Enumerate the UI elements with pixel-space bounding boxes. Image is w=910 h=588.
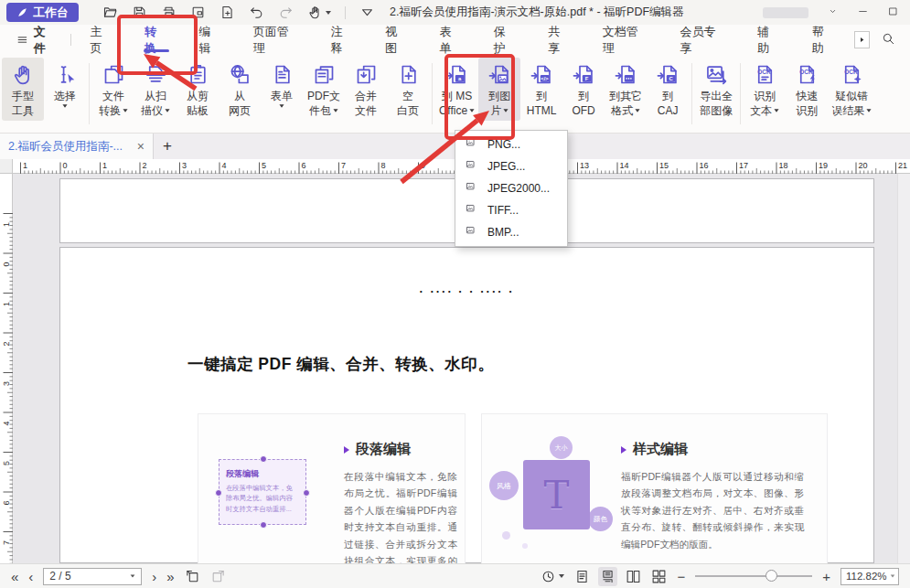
qat-save[interactable] <box>132 5 147 20</box>
to-other-format-icon <box>614 62 638 87</box>
menu-item-bmp[interactable]: BMP... <box>455 221 567 243</box>
tab-page-manage[interactable]: 页面管理 <box>238 25 316 55</box>
last-page-button[interactable]: » <box>166 570 174 583</box>
search-button[interactable] <box>881 31 895 48</box>
facing-continuous-button[interactable] <box>651 569 667 584</box>
toolbar-divider <box>345 6 346 19</box>
workspace-button[interactable]: 工作台 <box>6 3 79 22</box>
quick-ocr-button[interactable]: OCR快速识别 <box>786 58 828 121</box>
menu-item-tiff[interactable]: TIFF... <box>455 199 567 221</box>
qat-snapshot[interactable] <box>190 5 206 20</box>
prev-page-button[interactable]: ‹ <box>28 570 33 583</box>
export-all-images-button[interactable]: 导出全部图像 <box>695 58 737 121</box>
button-label: 文件 <box>102 90 124 104</box>
image-file-icon <box>465 138 479 151</box>
tab-protect[interactable]: 保护 <box>478 25 532 55</box>
blank-page-button[interactable]: 空白页 <box>387 58 429 121</box>
select-button[interactable]: 选择 <box>44 58 86 111</box>
merge-files-button[interactable]: 合并文件 <box>345 58 387 121</box>
zoom-out-button[interactable]: − <box>677 569 685 584</box>
page-number-input[interactable]: 2 / 5 <box>43 568 142 585</box>
qat-print[interactable] <box>161 5 177 20</box>
qat-open-folder[interactable] <box>102 5 118 20</box>
tab-comment[interactable]: 注释 <box>316 25 369 55</box>
button-label: 识别 <box>796 104 818 119</box>
tab-view[interactable]: 视图 <box>369 25 423 55</box>
menu-item-jpeg2000[interactable]: JPEG2000... <box>455 177 567 199</box>
tab-share[interactable]: 共享 <box>532 25 586 55</box>
tab-help[interactable]: 帮助 <box>797 25 851 55</box>
document-tab[interactable]: 2.福昕会员使用指南-... × <box>0 134 154 159</box>
button-label: 快速 <box>796 90 818 104</box>
qat-toolbar-collapse[interactable] <box>359 5 375 20</box>
ocr-suspect-icon: OCR <box>840 62 864 87</box>
tab-member[interactable]: 会员专享 <box>665 25 743 55</box>
facing-page-icon <box>626 569 641 584</box>
ocr-suspects-button[interactable]: OCR疑似错误结果 <box>828 58 875 121</box>
first-page-button[interactable]: « <box>11 570 18 583</box>
next-view-icon[interactable] <box>210 569 226 584</box>
button-caret <box>279 104 284 108</box>
zoom-slider[interactable] <box>695 575 812 577</box>
to-ms-office-button[interactable]: a到 MSOffice <box>435 58 478 121</box>
to-html-button[interactable]: </>到HTML <box>520 58 562 121</box>
zoom-slider-knob[interactable] <box>765 570 777 582</box>
hand-tool-button[interactable]: 手型工具 <box>2 58 44 121</box>
menu-item-png[interactable]: PNG... <box>455 134 567 155</box>
add-page-icon <box>219 5 235 20</box>
new-tab-button[interactable]: + <box>154 137 181 155</box>
to-ofd-button[interactable]: F到OFD <box>562 58 605 121</box>
file-convert-button[interactable]: 文件转换 <box>92 58 134 121</box>
to-image-button[interactable]: 到图片 <box>478 58 520 121</box>
qat-add-page[interactable] <box>219 5 235 20</box>
to-other-format-button[interactable]: 到其它格式 <box>605 58 647 121</box>
button-label: PDF文 <box>307 90 340 104</box>
pdf-package-icon <box>312 62 337 87</box>
form-button[interactable]: 表单 <box>261 58 303 111</box>
menu-item-jpeg[interactable]: JPEG... <box>455 155 567 177</box>
qat-redo[interactable] <box>278 5 294 20</box>
pdf-package-button[interactable]: PDF文件包 <box>303 58 345 121</box>
svg-text:9: 9 <box>421 161 425 170</box>
tab-edit[interactable]: 编辑 <box>183 25 237 55</box>
from-webpage-button[interactable]: 从网页 <box>219 58 261 121</box>
qat-undo[interactable] <box>249 5 264 20</box>
ocr-text-icon: OCR <box>753 62 777 87</box>
svg-text:2: 2 <box>2 341 11 346</box>
tab-form[interactable]: 表单 <box>423 25 477 55</box>
svg-text:14: 14 <box>620 161 629 170</box>
file-menu-button[interactable]: 文件 <box>7 24 67 57</box>
ribbon-group-divider <box>691 63 692 124</box>
from-scanner-button[interactable]: 从扫描仪 <box>134 58 177 121</box>
button-label: 空 <box>402 90 413 104</box>
facing-page-button[interactable] <box>626 569 641 584</box>
tab-convert[interactable]: 转换 <box>129 25 183 55</box>
ocr-text-button[interactable]: OCR识别文本 <box>744 58 786 121</box>
button-label: 识别 <box>754 90 776 104</box>
window-maximize-button[interactable] <box>887 5 899 20</box>
menu-item-label: BMP... <box>487 226 519 239</box>
vertical-scrollbar[interactable] <box>897 174 910 563</box>
caret-down-icon <box>775 110 779 112</box>
close-tab-icon[interactable]: × <box>137 140 145 153</box>
caret-down-icon <box>279 104 284 107</box>
prev-view-icon[interactable] <box>185 569 200 584</box>
ribbon-expand-button[interactable] <box>854 31 870 48</box>
tab-doc-manage[interactable]: 文档管理 <box>587 25 665 55</box>
from-clipboard-button[interactable]: 从剪贴板 <box>177 58 219 121</box>
zoom-level-input[interactable]: 112.82% <box>840 568 899 585</box>
tab-home[interactable]: 主页 <box>75 25 129 55</box>
zoom-in-button[interactable]: + <box>822 569 830 584</box>
window-minimize-button[interactable] <box>857 5 869 20</box>
continuous-page-button[interactable] <box>600 569 616 584</box>
single-page-button[interactable] <box>574 569 590 584</box>
qat-hand-quick[interactable] <box>307 5 331 20</box>
tab-assist[interactable]: 辅助 <box>742 25 796 55</box>
reading-time-button[interactable] <box>541 569 564 584</box>
next-page-button[interactable]: › <box>152 570 156 583</box>
save-icon <box>132 5 147 20</box>
to-caj-button[interactable]: C到CAJ <box>647 58 689 121</box>
ribbon-group-divider <box>89 63 90 124</box>
svg-text:OCR: OCR <box>844 69 858 75</box>
window-account-chevron-button[interactable] <box>827 5 839 20</box>
